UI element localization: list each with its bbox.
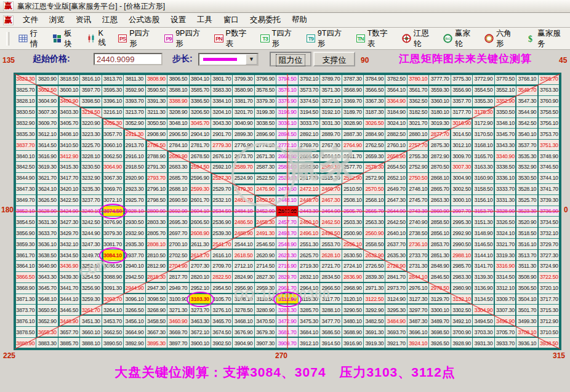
matrix-cell-r7c15: 2661.70 (342, 151, 364, 162)
matrix-cell-r18c23: 3508.90 (516, 272, 538, 283)
menu-item-工具[interactable]: 工具 (191, 14, 218, 26)
matrix-cell-r14c16: 2560.90 (364, 228, 385, 239)
matrix-cell-r21c0: 3873.70 (15, 305, 36, 316)
angle-label-270: 270 (275, 351, 287, 360)
matrix-cell-r0c6: 3808.90 (146, 74, 167, 85)
matrix-cell-r23c16: 3691.30 (364, 327, 385, 338)
matrix-cell-r6c22: 3343.30 (495, 140, 516, 151)
matrix-cell-r6c16: 2762.50 (364, 140, 385, 151)
matrix-cell-r12c22: 3328.90 (495, 206, 516, 217)
matrix-cell-r6c19: 2875.30 (429, 140, 451, 151)
matrix-cell-r19c8: 2952.10 (190, 283, 211, 294)
matrix-cell-r15c9: 2541.70 (211, 239, 233, 250)
support-button[interactable]: 支撑位 (313, 52, 355, 66)
matrix-cell-r1c20: 3556.90 (451, 85, 473, 96)
matrix-cell-r23c23: 3708.10 (516, 327, 538, 338)
matrix-cell-r9c13: 2517.70 (299, 173, 320, 184)
toolbar-button-板块[interactable]: 板块 (48, 31, 82, 47)
matrix-cell-r16c3: 3249.70 (80, 250, 102, 261)
matrix-cell-r12c11: 2452.90 (255, 206, 276, 217)
toolbar-button-江恩轮[interactable]: 江恩轮 (398, 31, 439, 47)
matrix-cell-r20c19: 3129.70 (429, 294, 451, 305)
menu-item-帮助[interactable]: 帮助 (286, 14, 313, 26)
matrix-cell-r17c24: 3724.90 (539, 261, 560, 272)
matrix-cell-r19c10: 2956.90 (233, 283, 254, 294)
matrix-cell-r22c8: 3463.30 (190, 316, 211, 327)
matrix-cell-r17c4: 3086.50 (102, 261, 124, 272)
matrix-cell-r19c22: 3312.10 (495, 283, 516, 294)
toolbar-button-T数字表[interactable]: TNT数字表 (352, 31, 398, 47)
resistance-button[interactable]: 阻力位 (270, 52, 311, 66)
matrix-cell-r18c12: 2829.70 (276, 272, 298, 283)
start-price-input[interactable] (94, 53, 163, 65)
matrix-cell-r16c5: 2937.70 (124, 250, 145, 261)
matrix-cell-r22c1: 3652.90 (36, 316, 58, 327)
matrix-cell-r13c12: 2457.70 (276, 217, 298, 228)
matrix-cell-r15c21: 3146.50 (473, 239, 494, 250)
matrix-cell-r19c7: 2949.70 (167, 283, 189, 294)
toolbar-button-六角形[interactable]: 六角形 (480, 31, 521, 47)
matrix-cell-r23c17: 3693.70 (385, 327, 407, 338)
toolbar-button-行情[interactable]: 行情 (14, 31, 48, 47)
toolbar-button-P四方形[interactable]: PSP四方形 (114, 31, 160, 47)
toolbar-button-K线[interactable]: K线 (82, 31, 114, 47)
matrix-cell-r20c7: 3100.90 (167, 294, 189, 305)
matrix-cell-r13c2: 3427.30 (58, 217, 80, 228)
matrix-cell-r21c11: 3280.90 (255, 305, 276, 316)
matrix-cell-r23c7: 3669.70 (167, 327, 189, 338)
matrix-cell-r3c12: 3196.90 (276, 107, 298, 118)
matrix-cell-r20c13: 3115.30 (299, 294, 320, 305)
matrix-cell-r17c21: 3141.70 (473, 261, 494, 272)
matrix-cell-r19c17: 2973.70 (385, 283, 407, 294)
angle-label-135: 135 (2, 56, 15, 65)
menu-item-资讯[interactable]: 资讯 (70, 14, 97, 26)
toolbar-button-9T四方形[interactable]: T99T四方形 (302, 31, 352, 47)
menu-item-公式选股[interactable]: 公式选股 (123, 14, 165, 26)
toolbar-button-9P四方形[interactable]: P99P四方形 (160, 31, 210, 47)
matrix-cell-r24c1: 3883.30 (36, 338, 58, 349)
menu-item-文件[interactable]: 文件 (17, 14, 44, 26)
toolbar-label: P四方形 (129, 28, 156, 49)
menu-item-交易委托[interactable]: 交易委托 (244, 14, 286, 26)
menu-item-江恩[interactable]: 江恩 (97, 14, 123, 26)
matrix-cell-r6c1: 3614.50 (36, 140, 58, 151)
toolbar-button-赢家轮[interactable]: Bi0赢家轮 (439, 31, 480, 47)
menu-item-浏览[interactable]: 浏览 (44, 14, 70, 26)
matrix-cell-r8c23: 3532.90 (516, 162, 538, 173)
dropdown-arrow-icon[interactable]: ▼ (246, 54, 257, 65)
matrix-cell-r5c21: 3170.50 (473, 129, 494, 140)
matrix-cell-r9c5: 2920.90 (124, 173, 145, 184)
title-bar: 赢 赢家江恩专业版[赢家服务平台] - [价格正方形] (0, 0, 570, 13)
menu-item-窗口[interactable]: 窗口 (218, 14, 244, 26)
matrix-cell-r23c14: 3686.50 (320, 327, 342, 338)
matrix-cell-r6c21: 3168.10 (473, 140, 494, 151)
matrix-cell-r20c1: 3648.10 (36, 294, 58, 305)
matrix-cell-r9c4: 3067.30 (102, 173, 124, 184)
matrix-cell-r22c4: 3453.70 (102, 316, 124, 327)
matrix-cell-r24c11: 3907.30 (255, 338, 276, 349)
sector-blocks-icon (52, 34, 62, 43)
toolbar-button-P数字表[interactable]: PNP数字表 (210, 31, 256, 47)
menu-item-设置[interactable]: 设置 (165, 14, 191, 26)
matrix-cell-r3c24: 3758.50 (539, 107, 560, 118)
toolbar-button-赢家服务[interactable]: $赢家服务 (521, 31, 570, 47)
matrix-cell-r23c15: 3688.90 (342, 327, 364, 338)
matrix-cell-r0c23: 3768.10 (516, 74, 538, 85)
matrix-cell-r17c15: 2724.10 (342, 261, 364, 272)
matrix-cell-r6c6: 2786.50 (146, 140, 167, 151)
matrix-cell-r10c17: 2649.70 (385, 184, 407, 195)
toolbar-button-T四方形[interactable]: T3T四方形 (256, 31, 302, 47)
matrix-cell-r4c22: 3348.10 (495, 118, 516, 129)
matrix-cell-r24c18: 3924.10 (407, 338, 429, 349)
matrix-cell-r11c4: 3072.10 (102, 195, 124, 206)
step-select[interactable]: ▼ (198, 53, 259, 66)
matrix-cell-r17c6: 2812.90 (146, 261, 167, 272)
market-grid-icon (18, 34, 28, 43)
toolbar-label: P数字表 (226, 28, 252, 49)
matrix-cell-r3c3: 3218.50 (80, 107, 102, 118)
matrix-cell-r13c20: 2995.30 (451, 217, 473, 228)
matrix-cell-r12c13: 2443.30 (299, 206, 320, 217)
matrix-cell-r3c15: 3189.70 (342, 107, 364, 118)
matrix-cell-r14c14: 2498.50 (320, 228, 342, 239)
matrix-cell-r15c2: 3432.10 (58, 239, 80, 250)
